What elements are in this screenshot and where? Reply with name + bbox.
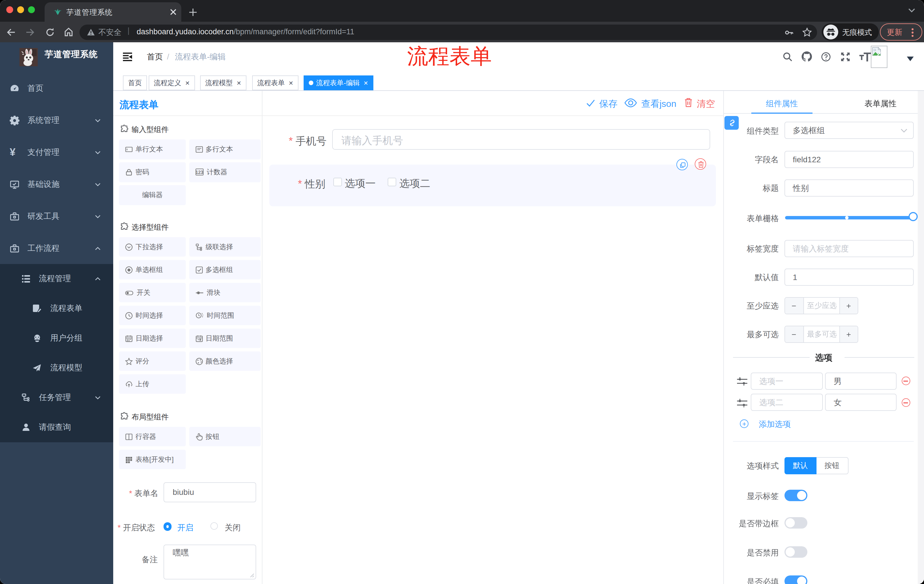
svg-text:123: 123 [195, 170, 203, 175]
